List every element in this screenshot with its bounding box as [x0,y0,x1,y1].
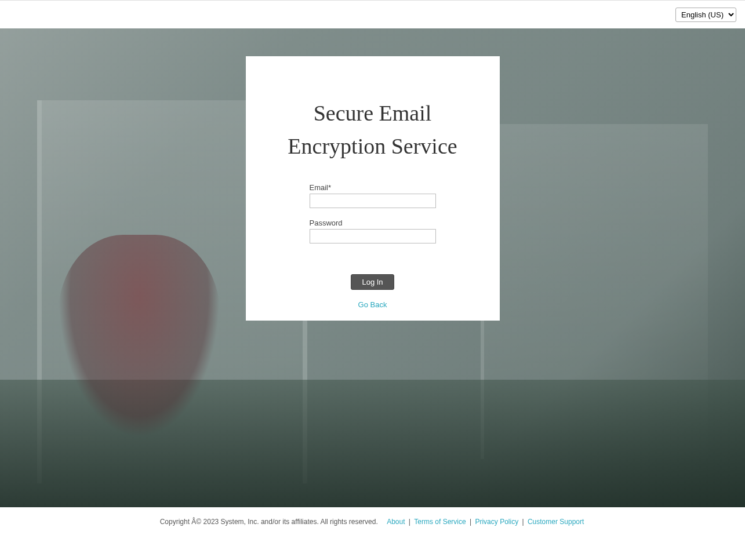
support-link[interactable]: Customer Support [528,518,584,526]
password-group: Password [310,219,436,243]
separator: | [470,518,473,526]
hero-section: Secure Email Encryption Service Email* P… [0,28,745,507]
language-select[interactable]: English (US) [675,8,736,22]
copyright-text: Copyright Â© 2023 System, Inc. and/or it… [160,518,378,526]
login-button[interactable]: Log In [351,274,394,290]
privacy-link[interactable]: Privacy Policy [475,518,518,526]
separator: | [522,518,525,526]
footer: Copyright Â© 2023 System, Inc. and/or it… [0,507,745,560]
email-field[interactable] [310,194,436,208]
go-back-link[interactable]: Go Back [358,300,387,309]
separator: | [409,518,412,526]
email-label: Email* [310,183,436,192]
top-bar: English (US) [0,0,745,28]
password-label: Password [310,219,436,227]
terms-link[interactable]: Terms of Service [414,518,466,526]
about-link[interactable]: About [387,518,405,526]
email-group: Email* [310,183,436,208]
page-title: Secure Email Encryption Service [275,97,471,163]
password-field[interactable] [310,229,436,243]
background-person [58,235,220,438]
login-card: Secure Email Encryption Service Email* P… [246,56,500,321]
